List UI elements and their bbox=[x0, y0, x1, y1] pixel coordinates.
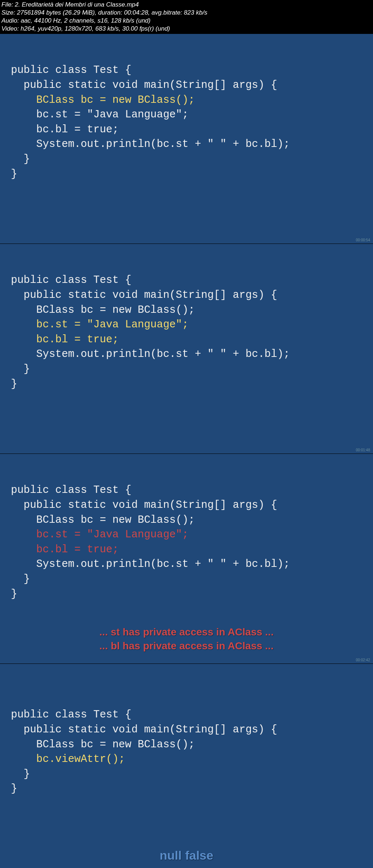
meta-video: Video: h264, yuv420p, 1280x720, 683 kb/s… bbox=[1, 25, 372, 33]
code-line: } bbox=[11, 768, 30, 780]
meta-file: File: 2. Ereditarietà dei Membri di una … bbox=[1, 1, 372, 9]
code-line: } bbox=[11, 363, 30, 375]
code-line: public class Test { bbox=[11, 274, 131, 286]
code-line: } bbox=[11, 573, 30, 585]
code-line: } bbox=[11, 168, 17, 180]
code-line: BClass bc = new BClass(); bbox=[11, 304, 195, 316]
code-block: public class Test { public static void m… bbox=[11, 63, 290, 182]
code-line: bc.bl = true; bbox=[11, 124, 119, 136]
frame-timestamp: 00:01:48 bbox=[356, 448, 370, 452]
code-line: System.out.println(bc.st + " " + bc.bl); bbox=[11, 138, 290, 150]
video-frame-2: public class Test { public static void m… bbox=[0, 244, 373, 454]
code-block: public class Test { public static void m… bbox=[11, 273, 290, 392]
code-line: public class Test { bbox=[11, 484, 131, 496]
code-block: public class Test { public static void m… bbox=[11, 483, 290, 602]
code-line: System.out.println(bc.st + " " + bc.bl); bbox=[11, 348, 290, 360]
meta-size: Size: 27561894 bytes (26.29 MiB), durati… bbox=[1, 9, 372, 17]
code-line-highlighted: bc.viewAttr(); bbox=[11, 753, 125, 765]
code-line: bc.st = "Java Language"; bbox=[11, 109, 188, 121]
code-line: } bbox=[11, 378, 17, 390]
code-line: } bbox=[11, 153, 30, 165]
code-block: public class Test { public static void m… bbox=[11, 708, 277, 797]
video-frame-1: public class Test { public static void m… bbox=[0, 34, 373, 244]
meta-audio: Audio: aac, 44100 Hz, 2 channels, s16, 1… bbox=[1, 17, 372, 25]
code-line: public class Test { bbox=[11, 64, 131, 76]
video-frame-3: public class Test { public static void m… bbox=[0, 454, 373, 663]
code-line: } bbox=[11, 588, 17, 600]
frame-timestamp: 00:02:42 bbox=[356, 658, 370, 662]
video-frame-4: public class Test { public static void m… bbox=[0, 663, 373, 868]
error-line: ... st has private access in AClass ... bbox=[0, 625, 373, 639]
code-line: public static void main(String[] args) { bbox=[11, 79, 277, 91]
error-line: ... bl has private access in AClass ... bbox=[0, 639, 373, 653]
code-line-highlighted: BClass bc = new BClass(); bbox=[11, 94, 195, 106]
code-line-error: bc.bl = true; bbox=[11, 544, 119, 556]
code-line: public static void main(String[] args) { bbox=[11, 499, 277, 511]
code-line: public class Test { bbox=[11, 709, 131, 721]
code-line-highlighted: bc.bl = true; bbox=[11, 334, 119, 346]
program-output: null false bbox=[0, 848, 373, 863]
code-line-error: bc.st = "Java Language"; bbox=[11, 529, 188, 541]
frame-timestamp: 00:00:54 bbox=[356, 238, 370, 242]
code-line: System.out.println(bc.st + " " + bc.bl); bbox=[11, 558, 290, 570]
code-line: } bbox=[11, 783, 17, 795]
code-line: BClass bc = new BClass(); bbox=[11, 514, 195, 526]
compiler-error-message: ... st has private access in AClass ... … bbox=[0, 625, 373, 653]
code-line-highlighted: bc.st = "Java Language"; bbox=[11, 319, 188, 331]
code-line: public static void main(String[] args) { bbox=[11, 289, 277, 301]
code-line: public static void main(String[] args) { bbox=[11, 724, 277, 736]
code-line: BClass bc = new BClass(); bbox=[11, 739, 195, 751]
video-metadata-header: File: 2. Ereditarietà dei Membri di una … bbox=[0, 0, 373, 34]
